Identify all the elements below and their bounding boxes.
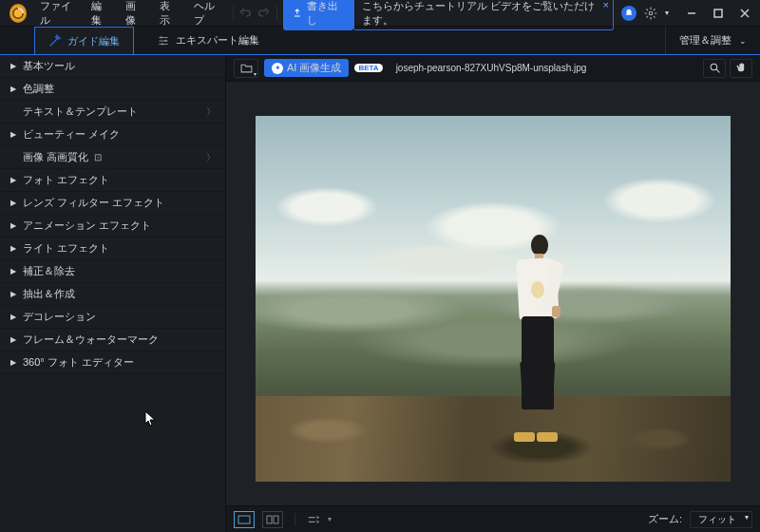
export-label: 書き出し xyxy=(307,0,344,28)
zoom-fit-dropdown[interactable]: フィット xyxy=(690,511,752,528)
canvas-toolbar: ▾ ✦ AI 画像生成 BETA joseph-pearson-827XUhVS… xyxy=(226,55,760,82)
enhance-icon: ⊡ xyxy=(94,152,102,162)
svg-rect-11 xyxy=(274,516,278,523)
window-controls xyxy=(680,4,756,23)
sidebar-item-10[interactable]: ▶抽出＆作成 xyxy=(0,283,225,306)
sidebar-item-label: 画像 高画質化⊡ xyxy=(23,150,102,164)
triangle-icon: ▶ xyxy=(10,290,17,298)
sidebar-item-13[interactable]: ▶360° フォト エディター xyxy=(0,352,225,374)
guide-edit-label: ガイド編集 xyxy=(67,34,120,48)
sidebar: ▶基本ツール▶色調整テキスト＆テンプレート〉▶ビューティー メイク画像 高画質化… xyxy=(0,55,226,532)
separator xyxy=(276,6,277,21)
sidebar-item-5[interactable]: ▶フォト エフェクト xyxy=(0,169,225,192)
sidebar-item-0[interactable]: ▶基本ツール xyxy=(0,55,225,78)
sidebar-item-12[interactable]: ▶フレーム＆ウォーターマーク xyxy=(0,329,225,352)
ai-label: AI 画像生成 xyxy=(287,61,341,75)
compare-chevron[interactable]: ▾ xyxy=(328,515,332,523)
sidebar-item-label: 補正＆除去 xyxy=(23,264,75,278)
triangle-icon: ▶ xyxy=(10,267,17,276)
separator xyxy=(294,513,295,526)
main-panel: ▾ ✦ AI 画像生成 BETA joseph-pearson-827XUhVS… xyxy=(226,55,760,532)
sidebar-item-label: テキスト＆テンプレート xyxy=(23,104,138,119)
sidebar-item-label: ライト エフェクト xyxy=(23,241,109,256)
undo-redo-group xyxy=(238,7,271,20)
separator xyxy=(233,6,234,21)
svg-point-6 xyxy=(162,43,163,45)
ai-generate-button[interactable]: ✦ AI 画像生成 xyxy=(264,59,349,77)
view-single-button[interactable] xyxy=(234,511,255,528)
chevron-right-icon: 〉 xyxy=(206,151,216,164)
notification-icon[interactable] xyxy=(621,6,636,21)
sidebar-item-label: レンズ フィルター エフェクト xyxy=(23,196,164,210)
zoom-label: ズーム: xyxy=(648,512,682,526)
export-button[interactable]: 書き出し xyxy=(283,0,352,30)
triangle-icon: ▶ xyxy=(10,335,17,344)
svg-point-4 xyxy=(161,36,162,38)
guide-edit-tab[interactable]: ガイド編集 xyxy=(34,27,134,54)
filename-label: joseph-pearson-827XUhVSp8M-unsplash.jpg xyxy=(396,63,587,73)
folder-icon xyxy=(240,63,253,73)
chevron-right-icon: 〉 xyxy=(206,105,216,119)
svg-point-5 xyxy=(164,39,166,41)
close-button[interactable] xyxy=(733,4,756,23)
sidebar-item-4[interactable]: 画像 高画質化⊡〉 xyxy=(0,146,225,169)
svg-point-7 xyxy=(711,64,717,70)
compare-icon[interactable] xyxy=(307,513,320,526)
beta-badge: BETA xyxy=(354,64,382,72)
sidebar-item-3[interactable]: ▶ビューティー メイク xyxy=(0,124,225,146)
zoom-tool-button[interactable] xyxy=(703,59,726,78)
expert-edit-label: エキスパート編集 xyxy=(176,33,259,48)
app-logo xyxy=(10,4,27,23)
triangle-icon: ▶ xyxy=(10,199,17,207)
sidebar-item-label: 抽出＆作成 xyxy=(23,287,75,301)
ai-icon: ✦ xyxy=(272,63,283,74)
modebar: ガイド編集 エキスパート編集 管理＆調整 ⌄ xyxy=(0,27,760,55)
sidebar-item-label: フォト エフェクト xyxy=(23,173,109,187)
sidebar-item-11[interactable]: ▶デコレーション xyxy=(0,306,225,329)
magnifier-icon xyxy=(709,62,721,74)
sidebar-item-1[interactable]: ▶色調整 xyxy=(0,78,225,101)
undo-icon[interactable] xyxy=(238,7,252,20)
manage-label: 管理＆調整 xyxy=(679,33,732,48)
redo-icon[interactable] xyxy=(257,7,271,20)
folder-button[interactable]: ▾ xyxy=(234,59,258,78)
sidebar-item-label: ビューティー メイク xyxy=(23,127,120,142)
canvas-area[interactable] xyxy=(226,82,760,505)
triangle-icon: ▶ xyxy=(10,244,17,253)
sidebar-item-label: デコレーション xyxy=(23,310,96,324)
triangle-icon: ▶ xyxy=(10,85,17,93)
sidebar-item-label: 360° フォト エディター xyxy=(23,355,134,370)
sidebar-item-8[interactable]: ▶ライト エフェクト xyxy=(0,238,225,260)
svg-rect-9 xyxy=(238,516,250,523)
sidebar-item-7[interactable]: ▶アニメーション エフェクト xyxy=(0,215,225,238)
titlebar: ファイル 編集 画像 表示 ヘルプ 書き出し こちらからチュートリアル ビデオを… xyxy=(0,0,760,27)
bottom-bar: ▾ ズーム: フィット xyxy=(226,505,760,532)
wand-icon xyxy=(48,34,62,48)
gear-icon[interactable] xyxy=(644,7,657,20)
triangle-icon: ▶ xyxy=(10,62,17,70)
triangle-icon: ▶ xyxy=(10,130,17,139)
manage-adjust-button[interactable]: 管理＆調整 ⌄ xyxy=(665,27,760,54)
chevron-down-icon: ⌄ xyxy=(739,36,747,46)
sidebar-item-label: フレーム＆ウォーターマーク xyxy=(23,332,159,347)
hand-icon xyxy=(735,62,748,74)
triangle-icon: ▶ xyxy=(10,176,17,184)
upload-icon xyxy=(293,8,302,18)
titlebar-icons: ▾ xyxy=(621,6,669,21)
expert-edit-tab[interactable]: エキスパート編集 xyxy=(143,27,273,54)
settings-chevron[interactable]: ▾ xyxy=(665,9,669,17)
minimize-button[interactable] xyxy=(680,4,703,23)
maximize-button[interactable] xyxy=(707,4,730,23)
triangle-icon: ▶ xyxy=(10,313,17,321)
close-icon[interactable]: × xyxy=(603,0,609,10)
triangle-icon: ▶ xyxy=(10,221,17,230)
view-split-button[interactable] xyxy=(262,511,283,528)
sidebar-item-9[interactable]: ▶補正＆除去 xyxy=(0,260,225,283)
tutorial-banner[interactable]: こちらからチュートリアル ビデオをご覧いただけます。 × xyxy=(353,0,615,30)
sidebar-item-2[interactable]: テキスト＆テンプレート〉 xyxy=(0,101,225,124)
pan-tool-button[interactable] xyxy=(730,59,752,78)
sidebar-item-label: アニメーション エフェクト xyxy=(23,218,151,233)
sidebar-item-label: 色調整 xyxy=(23,82,54,96)
sidebar-item-6[interactable]: ▶レンズ フィルター エフェクト xyxy=(0,192,225,215)
triangle-icon: ▶ xyxy=(10,358,17,367)
